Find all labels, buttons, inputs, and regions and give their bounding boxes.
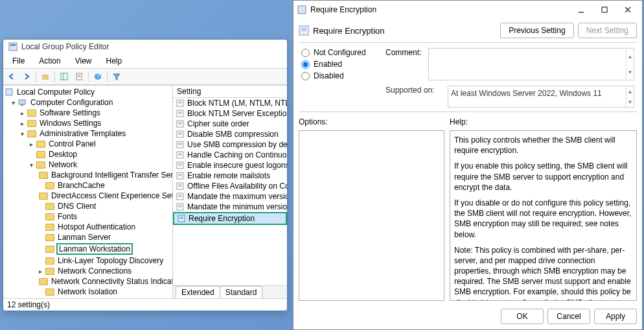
group-policy-editor-window: Local Group Policy Editor File Action Vi… bbox=[3, 39, 288, 311]
options-box[interactable] bbox=[299, 130, 444, 301]
tree-admin-templates[interactable]: Administrative Templates bbox=[38, 129, 127, 138]
radio-not-configured[interactable]: Not Configured bbox=[301, 48, 373, 57]
properties-button[interactable] bbox=[72, 70, 86, 83]
settings-list-pane: Setting Block NTLM (LM, NTLM, NTLMv2) Bl… bbox=[173, 86, 287, 298]
tree-root[interactable]: Local Computer Policy bbox=[16, 88, 96, 97]
tab-standard[interactable]: Standard bbox=[220, 286, 263, 298]
tree-branchcache[interactable]: BranchCache bbox=[56, 181, 106, 190]
list-item[interactable]: Enable insecure guest logons bbox=[173, 160, 287, 171]
scroll-down-icon[interactable]: ▼ bbox=[626, 64, 634, 80]
list-item[interactable]: Cipher suite order bbox=[173, 119, 287, 129]
dialog-titlebar[interactable]: Require Encryption bbox=[293, 1, 642, 19]
list-header-setting[interactable]: Setting bbox=[173, 86, 287, 98]
dialog-heading-icon bbox=[299, 25, 309, 36]
help-box[interactable]: This policy controls whether the SMB cli… bbox=[450, 130, 637, 301]
dialog-title: Require Encryption bbox=[310, 5, 568, 14]
expander-icon[interactable]: ▾ bbox=[19, 130, 25, 137]
list-item[interactable]: Block NTLM (LM, NTLM, NTLMv2) bbox=[173, 98, 287, 108]
list-item-require-encryption[interactable]: Require Encryption bbox=[173, 212, 287, 225]
scroll-up-icon[interactable]: ▲ bbox=[626, 86, 634, 97]
previous-setting-button[interactable]: Previous Setting bbox=[500, 23, 573, 38]
menu-action[interactable]: Action bbox=[32, 55, 67, 67]
tree-fonts[interactable]: Fonts bbox=[56, 212, 78, 221]
menu-help[interactable]: Help bbox=[100, 55, 129, 67]
expander-icon[interactable]: ▾ bbox=[28, 161, 34, 169]
require-encryption-dialog: Require Encryption Require Encryption Pr… bbox=[293, 0, 643, 330]
menu-view[interactable]: View bbox=[69, 55, 98, 67]
tree-dnsclient[interactable]: DNS Client bbox=[56, 202, 97, 211]
options-label: Options: bbox=[299, 116, 444, 128]
list-item[interactable]: Offline Files Availability on Continuous… bbox=[173, 181, 287, 191]
help-paragraph: If you disable or do not configure this … bbox=[454, 198, 632, 240]
expander-icon[interactable]: ▸ bbox=[19, 110, 25, 117]
help-button[interactable]: ? bbox=[91, 70, 105, 83]
list-item[interactable]: Mandate the maximum version of SMB bbox=[173, 191, 287, 202]
tree-lanman-workstation[interactable]: Lanman Workstation bbox=[56, 243, 133, 255]
tree-ncsi[interactable]: Network Connectivity Status Indicator bbox=[50, 277, 173, 286]
gpe-title-text: Local Group Policy Editor bbox=[21, 42, 109, 51]
scroll-down-icon[interactable]: ▼ bbox=[626, 97, 634, 107]
tree-control-panel[interactable]: Control Panel bbox=[47, 139, 97, 148]
tree-pane[interactable]: Local Computer Policy ▾Computer Configur… bbox=[3, 86, 173, 298]
setting-icon bbox=[176, 192, 185, 201]
setting-icon bbox=[176, 99, 185, 108]
folder-icon bbox=[39, 172, 48, 179]
tab-extended[interactable]: Extended bbox=[176, 286, 220, 298]
expander-icon[interactable]: ▸ bbox=[19, 120, 25, 127]
list-item[interactable]: Enable remote mailslots bbox=[173, 171, 287, 181]
minimize-button[interactable] bbox=[572, 3, 590, 16]
ok-button[interactable]: OK bbox=[501, 309, 544, 324]
show-hide-tree-button[interactable] bbox=[57, 70, 71, 83]
list-item[interactable]: Block NTLM Server Exception List bbox=[173, 108, 287, 119]
policy-root-icon bbox=[5, 88, 14, 97]
folder-icon bbox=[27, 130, 36, 137]
folder-icon bbox=[27, 110, 36, 117]
list-item[interactable]: Disable SMB compression bbox=[173, 129, 287, 139]
expander-icon[interactable]: ▸ bbox=[28, 141, 34, 148]
cancel-button[interactable]: Cancel bbox=[547, 309, 590, 324]
tree-lltd[interactable]: Link-Layer Topology Discovery bbox=[56, 256, 165, 265]
list-item[interactable]: Mandate the minimum version of SMB bbox=[173, 202, 287, 212]
tree-hotspot[interactable]: Hotspot Authentication bbox=[56, 222, 137, 231]
svg-rect-49 bbox=[298, 6, 306, 14]
scroll-up-icon[interactable]: ▲ bbox=[626, 49, 634, 64]
tree-network[interactable]: Network bbox=[47, 160, 78, 169]
folder-icon bbox=[39, 193, 48, 200]
settings-list[interactable]: Block NTLM (LM, NTLM, NTLMv2) Block NTLM… bbox=[173, 98, 287, 285]
tool-bar: ? bbox=[3, 69, 287, 85]
up-button[interactable] bbox=[38, 70, 52, 83]
tree-software-settings[interactable]: Software Settings bbox=[38, 108, 102, 117]
menu-file[interactable]: File bbox=[6, 55, 31, 67]
forward-button[interactable] bbox=[19, 70, 34, 83]
svg-rect-3 bbox=[61, 73, 67, 80]
expander-icon[interactable]: ▸ bbox=[37, 268, 43, 275]
folder-icon bbox=[45, 213, 54, 220]
close-button[interactable] bbox=[619, 3, 637, 16]
tree-bits[interactable]: Background Intelligent Transfer Service bbox=[50, 171, 173, 180]
list-item[interactable]: Use SMB compression by default bbox=[173, 139, 287, 150]
radio-enabled[interactable]: Enabled bbox=[301, 60, 373, 69]
tree-computer-config[interactable]: Computer Configuration bbox=[29, 98, 114, 107]
folder-icon bbox=[39, 278, 48, 285]
next-setting-button[interactable]: Next Setting bbox=[578, 23, 637, 38]
tree-lanman-server[interactable]: Lanman Server bbox=[56, 233, 112, 242]
maximize-button[interactable] bbox=[595, 3, 614, 16]
back-button[interactable] bbox=[5, 70, 19, 83]
tree-windows-settings[interactable]: Windows Settings bbox=[38, 119, 102, 128]
tree-desktop[interactable]: Desktop bbox=[47, 150, 78, 159]
expander-icon[interactable]: ▾ bbox=[10, 99, 16, 106]
filter-button[interactable] bbox=[109, 70, 124, 83]
setting-icon bbox=[177, 214, 186, 223]
svg-rect-2 bbox=[43, 75, 48, 79]
comment-textbox[interactable]: ▲▼ bbox=[428, 48, 634, 80]
list-item[interactable]: Handle Caching on Continuous Availabil bbox=[173, 150, 287, 160]
svg-text:?: ? bbox=[96, 73, 100, 80]
tree-netconn[interactable]: Network Connections bbox=[56, 266, 133, 276]
folder-icon bbox=[36, 161, 45, 169]
setting-icon bbox=[176, 119, 185, 128]
tree-netiso[interactable]: Network Isolation bbox=[56, 287, 119, 296]
radio-disabled[interactable]: Disabled bbox=[301, 71, 373, 80]
gpe-titlebar[interactable]: Local Group Policy Editor bbox=[3, 40, 287, 54]
apply-button[interactable]: Apply bbox=[594, 309, 637, 324]
tree-dace[interactable]: DirectAccess Client Experience Settings bbox=[50, 191, 173, 200]
